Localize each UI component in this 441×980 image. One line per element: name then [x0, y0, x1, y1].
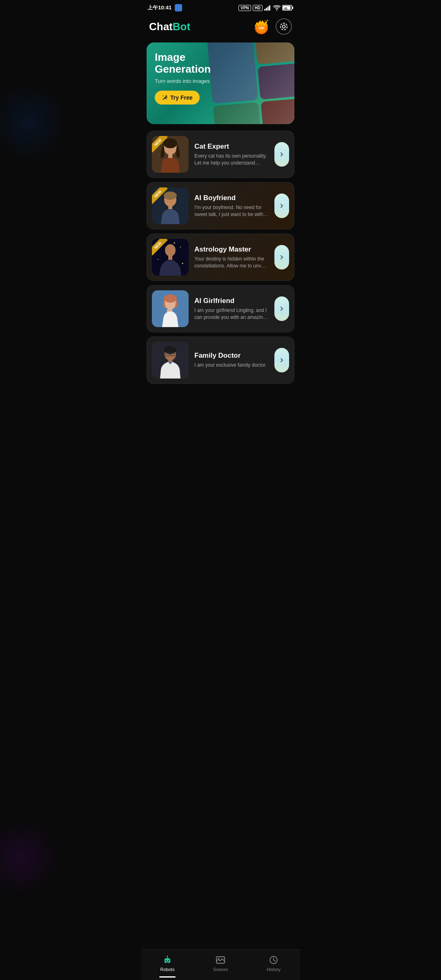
bot-avatar-astrology-master: New	[152, 239, 189, 276]
svg-rect-5	[292, 7, 294, 9]
svg-rect-1	[266, 8, 267, 11]
bot-info-ai-girlfriend: AI Girlfriend I am your girlfriend Lingl…	[194, 297, 269, 321]
svg-point-17	[166, 99, 167, 100]
bot-avatar-ai-girlfriend	[152, 290, 189, 327]
status-time: 上午10:41	[147, 4, 172, 11]
bot-chevron-family-doctor[interactable]	[274, 348, 289, 372]
svg-point-39	[164, 294, 177, 303]
chevron-right-icon	[279, 151, 285, 157]
bot-avatar-ai-boyfriend: New	[152, 187, 189, 224]
vpn-badge: VPN	[238, 5, 251, 11]
svg-text:41: 41	[284, 7, 287, 10]
bot-chevron-ai-girlfriend[interactable]	[274, 296, 289, 321]
svg-rect-3	[269, 5, 270, 11]
bot-card-family-doctor[interactable]: Family Doctor I am your exclusive family…	[147, 336, 294, 384]
logo-bot: Bot	[173, 20, 190, 33]
bot-name-cat-expert: Cat Expert	[194, 143, 269, 151]
bot-card-astrology-master[interactable]: New	[147, 234, 294, 281]
bot-avatar-cat-expert: New	[152, 136, 189, 173]
bot-desc-cat-expert: Every cat has its own personality. Let m…	[194, 153, 269, 167]
bot-info-ai-boyfriend: AI Boyfriend I'm your boyfriend. No need…	[194, 194, 269, 218]
banner-title: ImageGeneration	[155, 51, 227, 75]
bot-name-family-doctor: Family Doctor	[194, 352, 269, 360]
chevron-right-icon	[279, 357, 285, 363]
svg-point-12	[267, 20, 268, 21]
bot-desc-astrology-master: Your destiny is hidden within the conste…	[194, 256, 269, 270]
new-badge: New	[152, 136, 168, 152]
wifi-icon	[273, 5, 281, 11]
svg-point-28	[180, 247, 181, 247]
settings-button[interactable]	[276, 18, 292, 35]
svg-point-16	[163, 96, 164, 96]
bot-name-ai-boyfriend: AI Boyfriend	[194, 194, 269, 202]
app-icon	[175, 4, 182, 11]
bot-info-family-doctor: Family Doctor I am your exclusive family…	[194, 352, 269, 369]
bot-card-cat-expert[interactable]: New	[147, 131, 294, 178]
wand-icon	[162, 95, 168, 100]
bot-card-ai-girlfriend[interactable]: AI Girlfriend I am your girlfriend Lingl…	[147, 285, 294, 332]
vip-button[interactable]: VIP	[252, 17, 271, 36]
svg-point-31	[182, 263, 183, 264]
banner-subtitle: Turn words into images	[155, 78, 227, 84]
app-header: ChatBot VIP	[141, 14, 300, 42]
bot-desc-ai-girlfriend: I am your girlfriend Lingling, and I can…	[194, 307, 269, 321]
bot-name-ai-girlfriend: AI Girlfriend	[194, 297, 269, 305]
svg-rect-0	[264, 9, 265, 11]
chevron-right-icon	[279, 254, 285, 260]
svg-point-14	[282, 25, 285, 28]
svg-point-15	[281, 23, 287, 30]
svg-rect-47	[168, 359, 172, 362]
bot-cards-list: New	[141, 131, 300, 421]
bot-chevron-cat-expert[interactable]	[274, 142, 289, 167]
app-logo: ChatBot	[149, 20, 190, 33]
svg-point-13	[265, 20, 265, 21]
svg-rect-41	[168, 308, 172, 312]
bot-card-ai-boyfriend[interactable]: New AI Boyfriend I'm your boyfriend. No …	[147, 182, 294, 229]
battery-icon: 41	[282, 5, 294, 11]
svg-text:VIP: VIP	[258, 26, 265, 30]
hd-badge: HD	[253, 5, 263, 11]
signal-icon	[264, 5, 272, 11]
try-free-label: Try Free	[170, 94, 192, 101]
try-free-button[interactable]: Try Free	[155, 91, 200, 105]
chevron-right-icon	[279, 203, 285, 209]
bot-info-astrology-master: Astrology Master Your destiny is hidden …	[194, 245, 269, 270]
logo-chat: Chat	[149, 20, 173, 33]
bot-desc-ai-boyfriend: I'm your boyfriend. No need for sweet ta…	[194, 204, 269, 218]
status-bar: 上午10:41 VPN HD 41	[141, 0, 300, 14]
svg-point-29	[174, 243, 175, 244]
bot-chevron-ai-boyfriend[interactable]	[274, 194, 289, 218]
bot-name-astrology-master: Astrology Master	[194, 245, 269, 254]
bot-info-cat-expert: Cat Expert Every cat has its own persona…	[194, 143, 269, 167]
new-badge: New	[152, 187, 168, 204]
chevron-right-icon	[279, 306, 285, 312]
bot-desc-family-doctor: I am your exclusive family doctor.	[194, 362, 269, 369]
bot-avatar-family-doctor	[152, 342, 189, 379]
settings-icon	[279, 22, 288, 31]
new-badge: New	[152, 239, 168, 255]
image-generation-banner: ImageGeneration Turn words into images T…	[147, 42, 294, 124]
bot-chevron-astrology-master[interactable]	[274, 245, 289, 270]
svg-rect-2	[267, 7, 269, 11]
